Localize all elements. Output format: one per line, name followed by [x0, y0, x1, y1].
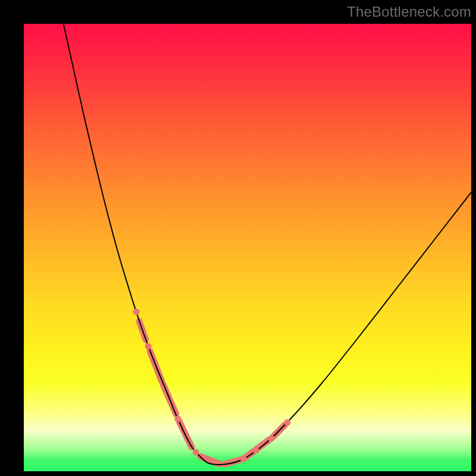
outer-frame: TheBottleneck.com [0, 0, 476, 476]
highlight-dot [133, 309, 140, 315]
highlight-segment [200, 456, 220, 464]
bottleneck-curve [60, 24, 471, 465]
highlight-dot [284, 419, 291, 426]
highlight-dot [145, 343, 152, 350]
marker-layer [139, 321, 285, 464]
highlight-dot [253, 447, 259, 454]
highlight-dot [240, 456, 247, 462]
highlight-dot [268, 436, 275, 442]
watermark-text: TheBottleneck.com [347, 4, 471, 20]
bottleneck-chart [24, 24, 471, 471]
plot-area [24, 24, 471, 471]
highlight-dot [175, 416, 181, 422]
highlight-dot [193, 449, 199, 456]
